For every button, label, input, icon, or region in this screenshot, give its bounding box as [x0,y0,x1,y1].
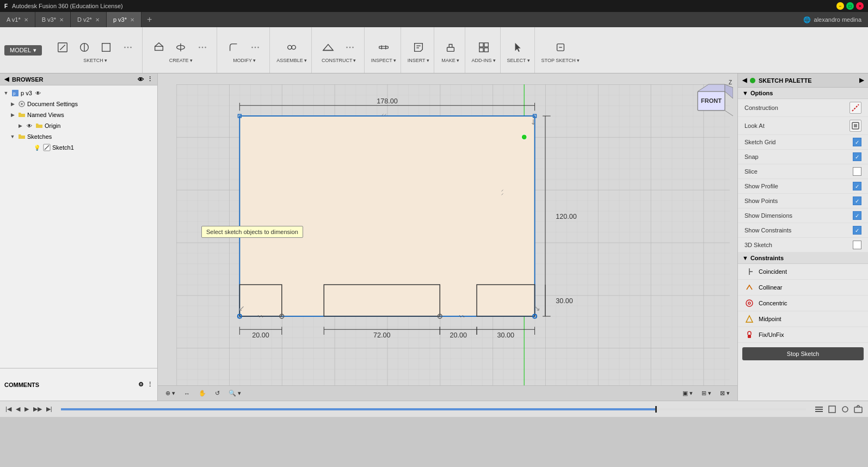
modify-label: MODIFY ▾ [233,58,256,63]
sketch-grid-checkbox[interactable]: ✓ [853,138,861,146]
show-dimensions-checkbox[interactable]: ✓ [853,211,861,220]
constraint-fix-unfix[interactable]: Fix/UnFix [738,327,868,343]
pan-button[interactable]: ↔ [181,389,193,398]
look-at-button[interactable]: ✋ [195,389,210,398]
svg-line-1 [60,45,65,50]
playback-end[interactable]: ▶| [46,405,52,413]
addins-chevron: ▾ [493,58,496,63]
tab-pv3[interactable]: p v3* ✕ [107,12,141,27]
sketch-mirror-icon[interactable] [75,38,94,57]
addins-icon[interactable] [474,38,494,57]
sketch-rect-icon[interactable] [96,38,116,57]
model-dropdown[interactable]: MODEL ▾ [4,45,42,56]
playback-forward[interactable]: ▶▶ [33,405,42,413]
constraints-section-header[interactable]: ▼ Constraints [738,253,868,264]
svg-point-13 [205,46,206,48]
timeline-track[interactable] [61,408,806,410]
environment-button[interactable]: ⊠ ▾ [717,389,733,398]
browser-eye-icon[interactable]: 👁 [138,76,144,83]
tab-av1[interactable]: A v1* ✕ [0,12,35,27]
create-revolve-icon[interactable] [171,38,190,57]
sketch-more-icon[interactable] [118,38,138,57]
tab-bv3[interactable]: B v3* ✕ [35,12,71,27]
tree-root-pv3[interactable]: ▼ p p v3 👁 [0,88,157,99]
svg-rect-109 [748,335,751,338]
browser-menu-icon[interactable]: ⋮ [147,76,153,83]
create-more-icon[interactable] [193,38,212,57]
show-profile-checkbox[interactable]: ✓ [853,182,861,191]
fit-button[interactable]: ↺ [212,389,223,398]
palette-expand-icon[interactable]: ▶ [859,77,864,84]
tree-named-views[interactable]: ▶ Named Views [0,109,157,120]
zoom-button[interactable]: 🔍 ▾ [225,389,244,398]
grid-button[interactable]: ⊞ ▾ [698,389,715,398]
tree-document-settings[interactable]: ▶ Document Settings [0,99,157,109]
3d-sketch-checkbox[interactable] [853,241,861,249]
grid-chevron: ▾ [708,390,711,397]
sketch-create-icon[interactable] [53,38,72,57]
playback-camera-icon[interactable] [854,405,863,414]
palette-row-sketch-grid: Sketch Grid ✓ [738,135,868,150]
playback-beginning[interactable]: |◀ [5,405,11,413]
browser-back-icon[interactable]: ◀ [4,76,9,83]
tab-dv2-close[interactable]: ✕ [95,17,100,23]
tree-origin[interactable]: ▶ 👁 Origin [0,120,157,131]
viewcube[interactable]: Z FRONT [690,78,733,121]
comments-settings-icon[interactable]: ⚙ [138,381,144,388]
orbit-button[interactable]: ⊕ ▾ [162,389,178,398]
modify-fillet-icon[interactable] [224,38,243,57]
construct-more-icon[interactable] [340,38,360,57]
create-extrude-icon[interactable] [149,38,169,57]
inspect-measure-icon[interactable] [374,38,393,57]
maximize-button[interactable]: □ [846,2,854,10]
construct-plane-icon[interactable] [318,38,338,57]
comments-collapse-icon[interactable]: ⋮ [147,381,153,388]
tab-pv3-close[interactable]: ✕ [130,17,134,23]
constraint-midpoint[interactable]: Midpoint [738,311,868,327]
playback-settings-icon[interactable] [815,405,823,414]
browser-tree: ▼ p p v3 👁 ▶ Document Settings ▶ [0,85,157,368]
show-dimensions-label: Show Dimensions [744,212,792,219]
origin-folder-icon [35,121,44,130]
playback-record-icon[interactable] [841,405,849,414]
modify-more-icon[interactable] [245,38,265,57]
display-mode-button[interactable]: ▣ ▾ [679,389,696,398]
tree-sketch1[interactable]: 💡 Sketch1 [0,142,157,153]
tab-av1-close[interactable]: ✕ [24,17,28,23]
assemble-joint-icon[interactable] [282,38,301,57]
options-section-header[interactable]: ▼ Options [738,88,868,99]
constraint-collinear[interactable]: Collinear [738,280,868,296]
construct-label: CONSTRUCT ▾ [322,58,356,63]
close-button[interactable]: ✕ [856,2,864,10]
slice-checkbox[interactable] [853,167,861,176]
palette-title: SKETCH PALETTE [759,77,812,84]
palette-collapse-icon[interactable]: ◀ [742,77,747,84]
playback-prev[interactable]: ◀ [16,405,20,413]
insert-svg-icon[interactable] [409,38,428,57]
make-3dprint-icon[interactable] [441,38,460,57]
sketch-palette: ◀ SKETCH PALETTE ▶ ▼ Options Constructio… [737,73,868,401]
look-at-button[interactable] [849,120,861,132]
palette-row-3d-sketch: 3D Sketch [738,238,868,253]
constraint-concentric[interactable]: Concentric [738,296,868,311]
playback-markers-icon[interactable] [828,405,836,414]
canvas-area[interactable]: 178.00 120.00 30.00 20.00 72.00 20.00 [158,73,737,401]
minimize-button[interactable]: − [836,2,844,10]
svg-text:30.00: 30.00 [556,297,572,305]
zoom-icon: 🔍 [229,390,236,397]
constraint-coincident[interactable]: Coincident [738,264,868,280]
toolbar-section-sketch: SKETCH ▾ [48,27,143,73]
stop-sketch-button[interactable]: Stop Sketch [742,347,864,360]
select-cursor-icon[interactable] [509,38,528,57]
tree-sketches[interactable]: ▼ Sketches [0,131,157,142]
tab-bv3-close[interactable]: ✕ [59,17,64,23]
stop-sketch-icon[interactable] [551,38,570,57]
playback-play[interactable]: ▶ [24,405,29,413]
tab-dv2[interactable]: D v2* ✕ [71,12,107,27]
snap-checkbox[interactable]: ✓ [853,152,861,161]
new-tab-button[interactable]: + [141,12,157,27]
construction-button[interactable] [849,102,861,114]
svg-text:178.00: 178.00 [377,97,397,105]
show-points-checkbox[interactable]: ✓ [853,196,861,205]
show-constraints-checkbox[interactable]: ✓ [853,226,861,235]
